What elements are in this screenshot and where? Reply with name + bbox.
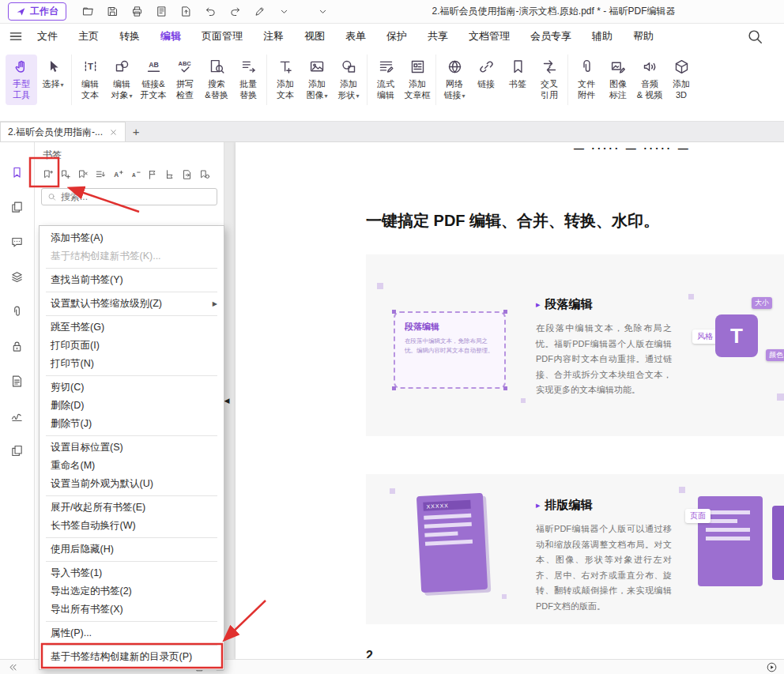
sidebar-bookmarks-button[interactable] [7, 163, 28, 182]
menu-page-manage[interactable]: 页面管理 [191, 24, 253, 49]
context-menu-item[interactable]: 属性(P)... [40, 624, 224, 642]
menu-member[interactable]: 会员专享 [520, 24, 582, 49]
tool-web-link[interactable]: 网络 链接▾ [439, 55, 470, 105]
menu-help[interactable]: 帮助 [623, 24, 664, 49]
context-menu-item[interactable]: 重命名(M) [40, 457, 224, 475]
print-page-button[interactable] [153, 3, 170, 21]
tool-batch-replace[interactable]: 批量 替换 [232, 55, 264, 105]
tool-edit-object[interactable]: 编辑 对象▾ [106, 55, 138, 105]
context-menu-item[interactable]: 导入书签(1) [40, 564, 224, 582]
context-menu-item[interactable]: 删除节(J) [40, 415, 224, 433]
tool-select[interactable]: 选择▾ [37, 55, 69, 93]
menu-home[interactable]: 主页 [68, 24, 109, 49]
bookmark-icon [510, 58, 526, 75]
menu-comment[interactable]: 注释 [253, 24, 294, 49]
menu-file[interactable]: 文件 [27, 24, 68, 49]
text-smaller-button[interactable]: A [128, 168, 141, 181]
print-button[interactable] [128, 3, 145, 21]
sidebar-comments-button[interactable] [7, 232, 28, 251]
context-menu-item[interactable]: 打印节(N) [40, 355, 224, 373]
tool-label: 拼写 检查 [176, 78, 194, 101]
context-menu-item[interactable]: 设置默认书签缩放级别(Z)▶ [40, 295, 224, 313]
pen-tool-button[interactable] [251, 3, 268, 21]
context-menu-item[interactable]: 长书签自动换行(W) [40, 517, 224, 535]
flag-up-button[interactable] [145, 168, 159, 181]
tool-add-shape[interactable]: 添加 形状▾ [333, 55, 364, 105]
sidebar-destinations-button[interactable] [7, 441, 28, 460]
context-menu-item[interactable]: 使用后隐藏(H) [40, 540, 224, 559]
context-menu-item[interactable]: 查找当前书签(Y) [40, 271, 224, 289]
context-menu-item[interactable]: 剪切(C) [40, 378, 224, 397]
chevron-down-button[interactable] [275, 3, 292, 21]
tool-file-attachment[interactable]: 文件 附件 [571, 55, 602, 105]
collapse-sidebar-button[interactable] [6, 661, 19, 673]
menu-view[interactable]: 视图 [294, 24, 335, 49]
context-menu-item[interactable]: 导出选定的书签(2) [40, 582, 224, 601]
close-icon[interactable] [109, 128, 118, 137]
flag-down-button[interactable] [163, 168, 176, 181]
tool-hand-tool[interactable]: 手型 工具 [6, 55, 37, 105]
sidebar-attachments-button[interactable] [7, 302, 28, 321]
tool-add-image[interactable]: 添加 图像▾ [301, 55, 333, 105]
search-icon[interactable] [746, 28, 763, 45]
tool-bookmark[interactable]: 书签 [502, 55, 533, 93]
tool-audio-video[interactable]: 音频 & 视频 [634, 55, 665, 105]
tool-add-text[interactable]: 添加 文本 [270, 55, 301, 105]
open-file-button[interactable] [79, 3, 96, 21]
expand-toolbar-button[interactable] [314, 3, 331, 21]
new-bookmark-button[interactable] [41, 168, 55, 181]
tool-search-replace[interactable]: 搜索 &替换 [201, 55, 232, 105]
tool-cross-reference[interactable]: 交叉 引用 [533, 55, 565, 105]
context-menu-item[interactable]: 设置目标位置(S) [40, 439, 224, 457]
context-menu-item[interactable]: 打印页面(I) [40, 337, 224, 355]
sidebar-security-button[interactable] [7, 337, 28, 356]
context-menu-item[interactable]: 导出所有书签(X) [40, 601, 224, 619]
menu-edit[interactable]: 编辑 [150, 24, 191, 49]
sidebar-layers-button[interactable] [7, 267, 28, 286]
decor-square [688, 294, 694, 299]
presentation-mode-button[interactable] [765, 661, 778, 673]
tool-flow-edit[interactable]: 流式 编辑 [370, 55, 401, 105]
tool-edit-text[interactable]: T编辑 文本 [74, 55, 106, 105]
text-larger-button[interactable]: A [111, 168, 124, 181]
menu-protect[interactable]: 保护 [376, 24, 417, 49]
tool-link-join-text[interactable]: AB链接& 开文本 [138, 55, 169, 105]
menu-separator [46, 268, 217, 269]
sidebar-fields-button[interactable] [7, 371, 28, 390]
bookmark-search-input[interactable] [61, 191, 211, 202]
tool-label: 文件 附件 [578, 78, 595, 101]
tool-add-3d[interactable]: 添加 3D [665, 55, 697, 105]
context-menu-item[interactable]: 跳至书签(G) [40, 318, 224, 337]
export-bookmark-button[interactable] [180, 168, 194, 181]
share-doc-button[interactable] [177, 3, 194, 21]
add-child-bookmark-button[interactable] [58, 168, 72, 181]
context-menu-item[interactable]: 删除(D) [40, 397, 224, 415]
sidebar-pages-button[interactable] [7, 198, 28, 217]
sidebar-signatures-button[interactable] [7, 406, 28, 425]
new-tab-button[interactable]: + [126, 122, 146, 141]
menu-doc-manage[interactable]: 文档管理 [458, 24, 520, 49]
tool-add-article-box[interactable]: 添加 文章框 [401, 55, 433, 105]
bookmark-settings-button[interactable] [198, 168, 211, 181]
context-menu-item[interactable]: 展开/收起所有书签(E) [40, 499, 224, 517]
tool-spell-check[interactable]: ABC拼写 检查 [169, 55, 201, 105]
save-icon [107, 6, 119, 17]
workspace-button[interactable]: 工作台 [8, 2, 66, 21]
context-menu-item[interactable]: 添加书签(A) [40, 229, 224, 247]
hamburger-icon[interactable] [8, 28, 24, 44]
context-menu-item[interactable]: 基于书签结构创建新的目录页(P) [40, 648, 224, 666]
menu-share[interactable]: 共享 [417, 24, 458, 49]
delete-bookmark-button[interactable] [76, 168, 89, 181]
expand-bookmarks-button[interactable] [93, 168, 107, 181]
context-menu-item[interactable]: 设置当前外观为默认(U) [40, 475, 224, 493]
menu-convert[interactable]: 转换 [109, 24, 150, 49]
undo-button[interactable] [202, 3, 219, 21]
menu-form[interactable]: 表单 [335, 24, 376, 49]
redo-button[interactable] [226, 3, 243, 21]
tool-image-annotation[interactable]: 图像 标注 [602, 55, 634, 105]
save-button[interactable] [104, 3, 121, 21]
menu-assist[interactable]: 辅助 [582, 24, 623, 49]
document-tab[interactable]: 2.福昕会员使用指南-... [0, 122, 126, 141]
tool-link[interactable]: 链接 [470, 55, 502, 93]
spell-check-icon: ABC [177, 58, 194, 75]
